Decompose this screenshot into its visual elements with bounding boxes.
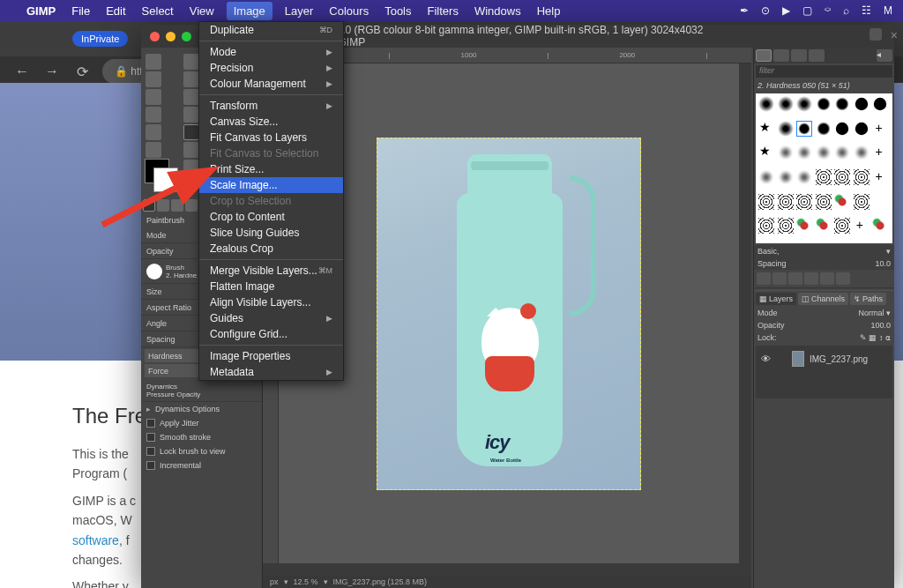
brush-item-selected[interactable] xyxy=(796,121,812,137)
minimize-button[interactable] xyxy=(166,32,175,41)
tool-zoom[interactable] xyxy=(183,160,199,175)
browser-tab-close-icon[interactable]: × xyxy=(891,28,898,42)
tool-paintbrush[interactable] xyxy=(183,124,199,140)
brush-item[interactable] xyxy=(816,218,832,234)
options-tab-undo[interactable] xyxy=(185,199,198,212)
menu-crop-content[interactable]: Crop to Content xyxy=(199,209,343,225)
menu-image[interactable]: Image xyxy=(227,2,272,20)
brush-item[interactable] xyxy=(836,122,848,134)
dock-tab-history[interactable] xyxy=(809,49,825,62)
tool-scale[interactable] xyxy=(146,89,161,105)
menu-filters[interactable]: Filters xyxy=(428,4,459,18)
menu-precision[interactable]: Precision▶ xyxy=(199,60,343,76)
brush-item[interactable] xyxy=(816,145,832,160)
brush-item[interactable] xyxy=(796,169,812,185)
control-center-icon[interactable]: ☷ xyxy=(862,4,871,17)
menu-align-layers[interactable]: Align Visible Layers... xyxy=(199,294,343,310)
record-icon[interactable]: ⊙ xyxy=(761,4,770,17)
zoom-button[interactable] xyxy=(182,32,191,41)
menu-metadata[interactable]: Metadata▶ xyxy=(199,364,343,380)
dock-tab-brushes[interactable] xyxy=(756,49,772,62)
software-link[interactable]: software xyxy=(72,533,119,547)
options-tab-tool[interactable] xyxy=(143,199,155,212)
brush-item[interactable] xyxy=(834,218,850,234)
tool-warp[interactable] xyxy=(146,107,161,123)
menu-help[interactable]: Help xyxy=(537,4,561,18)
brush-category[interactable]: Basic,▾ xyxy=(754,245,894,257)
menu-colours[interactable]: Colours xyxy=(329,4,369,18)
bg-color[interactable] xyxy=(153,167,178,192)
brush-item[interactable] xyxy=(816,121,832,137)
brush-item[interactable] xyxy=(855,122,868,134)
brush-item[interactable] xyxy=(796,194,812,210)
menu-select[interactable]: Select xyxy=(142,4,174,18)
tool-smudge[interactable] xyxy=(183,142,199,158)
brush-del-button[interactable] xyxy=(804,272,818,285)
brush-item[interactable] xyxy=(778,169,794,185)
tool-fuzzy[interactable] xyxy=(146,71,161,87)
layer-row[interactable]: 👁 IMG_2237.png xyxy=(758,348,890,369)
tool-flip[interactable] xyxy=(183,89,199,105)
brush-item[interactable] xyxy=(816,169,832,185)
brush-new-button[interactable] xyxy=(772,272,787,285)
menu-canvas-size[interactable]: Canvas Size... xyxy=(199,114,343,130)
brush-item[interactable] xyxy=(758,169,774,185)
zoom-level[interactable]: 12.5 % xyxy=(294,577,318,586)
tool-text[interactable] xyxy=(183,107,199,123)
brush-item[interactable] xyxy=(834,145,850,160)
image-canvas[interactable]: icy Water Bottle xyxy=(377,138,641,490)
brush-item[interactable] xyxy=(872,145,888,160)
clock[interactable]: M xyxy=(884,4,892,17)
menu-layer[interactable]: Layer xyxy=(285,4,314,18)
menu-guides[interactable]: Guides▶ xyxy=(199,310,343,326)
scrollbar-horizontal[interactable] xyxy=(263,563,751,576)
tool-crop[interactable] xyxy=(183,71,199,87)
brush-filter[interactable]: filter xyxy=(756,65,892,78)
feather-icon[interactable]: ✒ xyxy=(740,4,749,17)
brush-item[interactable] xyxy=(778,96,794,112)
opt-dynamics[interactable]: DynamicsPressure Opacity xyxy=(141,379,262,402)
menu-file[interactable]: File xyxy=(71,4,90,18)
menu-view[interactable]: View xyxy=(190,4,214,18)
opt-incremental[interactable]: Incremental xyxy=(141,458,262,473)
opt-lock-brush[interactable]: Lock brush to view xyxy=(141,444,262,458)
brush-item[interactable] xyxy=(872,194,888,210)
menu-edit[interactable]: Edit xyxy=(106,4,125,18)
back-button[interactable]: ← xyxy=(12,63,32,79)
wifi-icon[interactable]: ⌔ xyxy=(825,4,831,17)
brush-item[interactable] xyxy=(778,194,794,210)
menu-image-properties[interactable]: Image Properties xyxy=(199,348,343,364)
layer-name[interactable]: IMG_2237.png xyxy=(810,354,868,364)
opt-smooth[interactable]: Smooth stroke xyxy=(141,430,262,444)
menu-configure-grid[interactable]: Configure Grid... xyxy=(199,326,343,342)
brush-item[interactable] xyxy=(758,194,774,210)
brush-item[interactable] xyxy=(872,169,888,185)
menu-fit-canvas-layers[interactable]: Fit Canvas to Layers xyxy=(199,130,343,145)
menu-merge-layers[interactable]: Merge Visible Layers...⌘M xyxy=(199,263,343,279)
layer-lock[interactable]: Lock:✎ ▦ ↕ ⍺ xyxy=(754,331,894,344)
eye-icon[interactable]: 👁 xyxy=(760,354,771,364)
tab-channels[interactable]: ◫Channels xyxy=(798,293,848,305)
battery-icon[interactable]: ▢ xyxy=(802,4,812,17)
opt-dynamics-options[interactable]: ▸Dynamics Options xyxy=(141,402,262,416)
brush-open-button[interactable] xyxy=(836,272,850,285)
brush-item[interactable] xyxy=(758,145,774,160)
app-name[interactable]: GIMP xyxy=(26,4,56,18)
menu-transform[interactable]: Transform▶ xyxy=(199,98,343,114)
tab-paths[interactable]: ↯Paths xyxy=(850,293,886,305)
forward-button[interactable]: → xyxy=(42,63,62,79)
layer-opacity[interactable]: Opacity100.0 xyxy=(754,319,894,331)
brush-item[interactable] xyxy=(872,218,888,234)
brush-item[interactable] xyxy=(778,218,794,234)
opt-jitter[interactable]: Apply Jitter xyxy=(141,416,262,430)
unit-selector[interactable]: px xyxy=(270,577,279,586)
brush-item[interactable] xyxy=(854,218,869,234)
brush-item[interactable] xyxy=(816,96,832,112)
brush-item[interactable] xyxy=(796,218,812,234)
tab-layers[interactable]: ▦Layers xyxy=(756,293,796,305)
layer-thumbnail[interactable] xyxy=(792,351,804,367)
brush-item[interactable] xyxy=(758,218,774,234)
menu-duplicate[interactable]: Duplicate⌘D xyxy=(199,22,343,38)
tool-clone[interactable] xyxy=(146,142,161,158)
brush-item[interactable] xyxy=(778,145,794,160)
